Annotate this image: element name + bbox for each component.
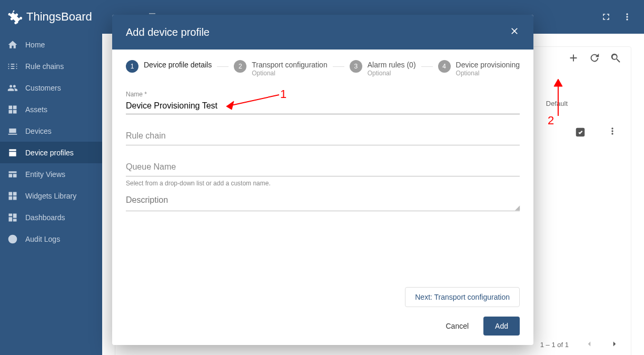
next-page-button[interactable] — [610, 339, 619, 350]
sidebar-item-devices[interactable]: Devices — [0, 120, 102, 142]
step-subtitle: Optional — [252, 70, 327, 78]
device-profiles-icon — [7, 147, 18, 158]
sidebar-item-assets[interactable]: Assets — [0, 98, 102, 120]
widgets-icon — [7, 191, 18, 201]
home-icon — [7, 40, 18, 50]
sidebar: Home Rule chains Customers Assets Device… — [0, 34, 102, 355]
step-title: Transport configuration — [252, 60, 327, 70]
close-icon — [509, 26, 520, 36]
devices-icon — [7, 126, 18, 136]
dialog-header: Add device profile — [112, 15, 533, 50]
step-title: Device provisioning — [456, 60, 520, 70]
step-number: 4 — [438, 60, 451, 73]
sidebar-item-label: Home — [25, 41, 45, 49]
sidebar-item-label: Audit Logs — [25, 235, 60, 243]
sidebar-item-label: Rule chains — [25, 62, 64, 71]
name-field: Name * — [126, 91, 520, 114]
dialog-close-button[interactable] — [509, 26, 520, 39]
step-device-provisioning[interactable]: 4 Device provisioningOptional — [438, 60, 520, 78]
description-textarea[interactable] — [126, 192, 520, 211]
add-button[interactable] — [568, 52, 579, 64]
brand[interactable]: ThingsBoard — [6, 9, 92, 25]
sidebar-item-label: Customers — [25, 84, 61, 92]
step-transport-configuration[interactable]: 2 Transport configurationOptional — [234, 60, 327, 78]
more-button[interactable] — [617, 6, 638, 27]
sidebar-item-customers[interactable]: Customers — [0, 77, 102, 98]
refresh-button[interactable] — [589, 52, 600, 64]
step-title: Device profile details — [144, 60, 212, 70]
name-label: Name * — [126, 91, 520, 98]
step-subtitle: Optional — [456, 70, 520, 78]
step-title: Alarm rules (0) — [368, 60, 416, 70]
sidebar-item-audit-logs[interactable]: Audit Logs — [0, 228, 102, 250]
rule-chain-field[interactable]: Rule chain — [126, 127, 520, 145]
step-connector — [421, 66, 433, 67]
sidebar-item-rule-chains[interactable]: Rule chains — [0, 55, 102, 77]
assets-icon — [7, 104, 18, 115]
step-connector — [333, 66, 344, 67]
dialog-title: Add device profile — [126, 26, 210, 38]
sidebar-item-label: Widgets Library — [25, 192, 76, 200]
step-number: 2 — [234, 60, 246, 73]
queue-name-placeholder: Queue Name — [126, 158, 520, 176]
audit-logs-icon — [7, 234, 18, 244]
prev-page-button[interactable] — [584, 339, 594, 350]
queue-name-hint: Select from a drop-down list or add a cu… — [126, 180, 520, 187]
step-number: 3 — [350, 60, 362, 73]
sidebar-item-dashboards[interactable]: Dashboards — [0, 206, 102, 228]
fullscreen-icon — [601, 12, 611, 22]
description-field: ◢ — [126, 192, 520, 213]
customers-icon — [7, 83, 18, 93]
sidebar-item-label: Assets — [25, 105, 47, 114]
add-device-profile-dialog: Add device profile 1 Device profile deta… — [112, 15, 533, 345]
queue-name-field[interactable]: Queue Name Select from a drop-down list … — [126, 158, 520, 187]
search-button[interactable] — [610, 52, 621, 64]
dashboards-icon — [7, 212, 18, 223]
add-button[interactable]: Add — [483, 317, 520, 336]
pagination-label: 1 – 1 of 1 — [540, 341, 569, 349]
more-vert-icon — [622, 12, 632, 22]
rule-chain-placeholder: Rule chain — [126, 127, 520, 145]
name-input[interactable] — [126, 99, 520, 114]
sidebar-item-label: Dashboards — [25, 213, 65, 222]
next-button[interactable]: Next: Transport configuration — [405, 287, 520, 307]
sidebar-item-widgets-library[interactable]: Widgets Library — [0, 185, 102, 206]
sidebar-item-label: Devices — [25, 127, 52, 135]
step-subtitle: Optional — [368, 70, 416, 78]
sidebar-item-home[interactable]: Home — [0, 34, 102, 55]
rule-chains-icon — [7, 61, 18, 72]
sidebar-item-label: Device profiles — [25, 149, 74, 157]
column-header-default: Default — [546, 100, 568, 107]
fullscreen-button[interactable] — [596, 6, 617, 27]
stepper: 1 Device profile details 2 Transport con… — [126, 60, 520, 78]
brand-label: ThingsBoard — [26, 10, 92, 24]
step-device-profile-details[interactable]: 1 Device profile details — [126, 60, 212, 73]
row-menu-button[interactable] — [607, 126, 618, 139]
step-alarm-rules[interactable]: 3 Alarm rules (0)Optional — [350, 60, 416, 78]
cancel-button[interactable]: Cancel — [438, 317, 476, 336]
sidebar-item-entity-views[interactable]: Entity Views — [0, 163, 102, 185]
entity-views-icon — [7, 169, 18, 180]
step-number: 1 — [126, 60, 138, 73]
step-connector — [217, 66, 229, 67]
row-default-checkbox[interactable] — [574, 126, 586, 138]
sidebar-item-label: Entity Views — [25, 170, 65, 179]
sidebar-item-device-profiles[interactable]: Device profiles — [0, 142, 102, 163]
thingsboard-logo-icon — [6, 9, 22, 25]
